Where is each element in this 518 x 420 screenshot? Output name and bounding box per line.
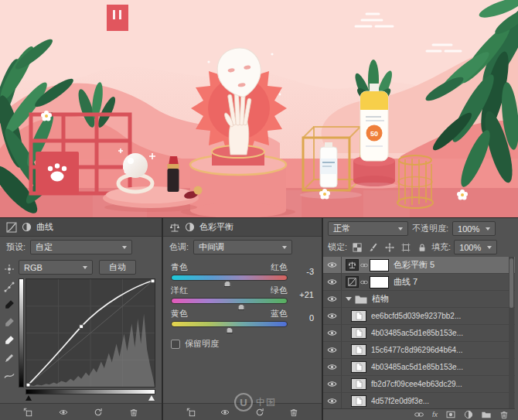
curves-panel-header[interactable]: 曲线 xyxy=(0,218,162,237)
eye-icon xyxy=(327,345,337,355)
group-name[interactable]: 植物 xyxy=(372,293,389,305)
adjustment-layer-thumbnail[interactable] xyxy=(346,259,359,271)
layer-visibility-toggle[interactable] xyxy=(323,325,342,341)
opacity-select[interactable]: 100% xyxy=(452,221,496,236)
new-adjustment-layer-icon[interactable] xyxy=(464,410,473,419)
layer-name[interactable]: 15c6477c8d96296d4b64... xyxy=(371,346,462,354)
mask-link-icon xyxy=(360,261,368,269)
smart-object-thumbnail[interactable] xyxy=(351,310,366,322)
smooth-curve-icon[interactable] xyxy=(4,370,15,381)
layer-visibility-toggle[interactable] xyxy=(323,274,342,290)
yellow-blue-value[interactable]: 0 xyxy=(291,313,314,323)
eye-icon xyxy=(327,362,337,372)
lock-all-button[interactable] xyxy=(415,241,428,254)
tone-select[interactable]: 中间调 xyxy=(193,240,292,254)
toggle-visibility-button[interactable] xyxy=(56,405,70,419)
layer-name[interactable]: 4b03485ac5d1e85b153e... xyxy=(371,329,463,337)
layer-visibility-toggle[interactable] xyxy=(323,308,342,324)
magenta-green-value[interactable]: +21 xyxy=(291,290,314,299)
smart-object-thumbnail[interactable] xyxy=(351,395,366,407)
scrollbar-thumb[interactable] xyxy=(509,258,513,308)
cyan-red-value[interactable]: -3 xyxy=(291,267,314,276)
fill-select[interactable]: 100% xyxy=(454,240,497,254)
curve-point[interactable] xyxy=(80,325,83,329)
clip-to-layer-button[interactable] xyxy=(184,405,198,419)
chevron-down-icon xyxy=(122,246,127,249)
toggle-visibility-button[interactable] xyxy=(218,405,232,419)
yellow-blue-slider[interactable] xyxy=(171,321,288,327)
preset-select[interactable]: 自定 xyxy=(30,240,132,254)
layer-visibility-toggle[interactable] xyxy=(323,393,342,408)
layers-scrollbar[interactable] xyxy=(509,257,514,408)
channel-select[interactable]: RGB xyxy=(19,260,93,275)
blend-mode-select[interactable]: 正常 xyxy=(328,221,408,236)
document-canvas[interactable]: 50 xyxy=(0,0,518,217)
adjustment-layer-thumbnail[interactable] xyxy=(346,276,359,288)
white-input-slider[interactable] xyxy=(148,395,155,401)
layer-name[interactable]: 4b03485ac5d1e85b153e... xyxy=(371,363,463,371)
group-row[interactable]: 植物 xyxy=(323,291,515,308)
reset-button[interactable] xyxy=(253,405,267,419)
clip-to-layer-button[interactable] xyxy=(21,405,35,419)
black-point-eyedropper-icon[interactable] xyxy=(4,299,15,310)
auto-button[interactable]: 自动 xyxy=(99,260,136,275)
yellow-label: 黄色 xyxy=(171,308,188,319)
targeted-adjustment-tool-icon[interactable] xyxy=(4,264,15,275)
layer-name[interactable]: 4d57f2e0d9f3e... xyxy=(371,397,429,405)
lock-artboard-button[interactable] xyxy=(399,241,412,254)
layer-row[interactable]: 4b03485ac5d1e85b153e... xyxy=(323,359,515,376)
layer-row[interactable]: 15c6477c8d96296d4b64... xyxy=(323,342,515,359)
layer-name[interactable]: 曲线 7 xyxy=(394,276,417,288)
smart-object-thumbnail[interactable] xyxy=(351,327,366,339)
layer-row[interactable]: 4b03485ac5d1e85b153e... xyxy=(323,325,515,342)
layer-row[interactable]: 4d57f2e0d9f3e... xyxy=(323,393,515,408)
black-input-slider[interactable] xyxy=(26,395,32,401)
delete-adjustment-button[interactable] xyxy=(287,405,301,419)
layer-name[interactable]: fb2d7cf09cee4eb63dc29... xyxy=(371,380,462,388)
layer-style-fx-icon[interactable]: fx xyxy=(432,411,438,418)
layer-mask-thumbnail[interactable] xyxy=(370,259,389,271)
curve-plot[interactable] xyxy=(26,278,155,388)
cyan-red-slider[interactable] xyxy=(171,275,288,281)
layer-visibility-toggle[interactable] xyxy=(323,359,342,375)
link-layers-icon[interactable] xyxy=(414,410,424,419)
reset-button[interactable] xyxy=(91,405,105,419)
layer-visibility-toggle[interactable] xyxy=(323,291,342,307)
mask-link-icon xyxy=(360,278,368,286)
layer-row[interactable]: fb2d7cf09cee4eb63dc29... xyxy=(323,376,515,393)
layer-visibility-toggle[interactable] xyxy=(323,342,342,358)
curves-panel-icon xyxy=(6,222,17,233)
new-group-icon[interactable] xyxy=(482,410,491,419)
layer-row[interactable]: 色彩平衡 5 xyxy=(323,257,515,274)
layer-name[interactable]: 色彩平衡 5 xyxy=(394,259,435,271)
smart-object-thumbnail[interactable] xyxy=(351,344,366,356)
edit-points-icon[interactable] xyxy=(4,282,15,292)
layer-row[interactable]: ee6bcfd5d039e9237bb2... xyxy=(323,308,515,325)
add-layer-mask-icon[interactable] xyxy=(446,410,455,419)
layer-visibility-toggle[interactable] xyxy=(323,376,342,392)
delete-layer-icon[interactable] xyxy=(499,410,509,419)
lock-pixels-button[interactable] xyxy=(366,241,380,254)
color-balance-panel-footer xyxy=(163,403,322,420)
gray-point-eyedropper-icon[interactable] xyxy=(4,317,15,328)
curve-pencil-icon[interactable] xyxy=(4,353,15,364)
color-balance-panel-header[interactable]: 色彩平衡 xyxy=(163,218,322,237)
group-expand-caret[interactable] xyxy=(346,297,352,301)
lock-position-button[interactable] xyxy=(383,241,396,254)
slider-thumb[interactable] xyxy=(226,327,233,333)
lock-transparency-button[interactable] xyxy=(350,241,363,254)
layer-name[interactable]: ee6bcfd5d039e9237bb2... xyxy=(371,312,461,320)
smart-object-thumbnail[interactable] xyxy=(351,361,366,373)
curve-point[interactable] xyxy=(151,279,155,283)
magenta-green-slider[interactable] xyxy=(171,298,288,304)
delete-adjustment-button[interactable] xyxy=(127,405,141,419)
preset-value: 自定 xyxy=(36,241,53,253)
layer-row[interactable]: 曲线 7 xyxy=(323,274,515,291)
layer-mask-thumbnail[interactable] xyxy=(370,276,389,289)
layer-visibility-toggle[interactable] xyxy=(323,257,342,273)
preserve-luminosity-checkbox[interactable] xyxy=(171,340,180,349)
smart-object-thumbnail[interactable] xyxy=(351,378,366,390)
white-point-eyedropper-icon[interactable] xyxy=(4,335,15,346)
curve-point[interactable] xyxy=(26,383,30,387)
eye-icon xyxy=(327,311,337,321)
